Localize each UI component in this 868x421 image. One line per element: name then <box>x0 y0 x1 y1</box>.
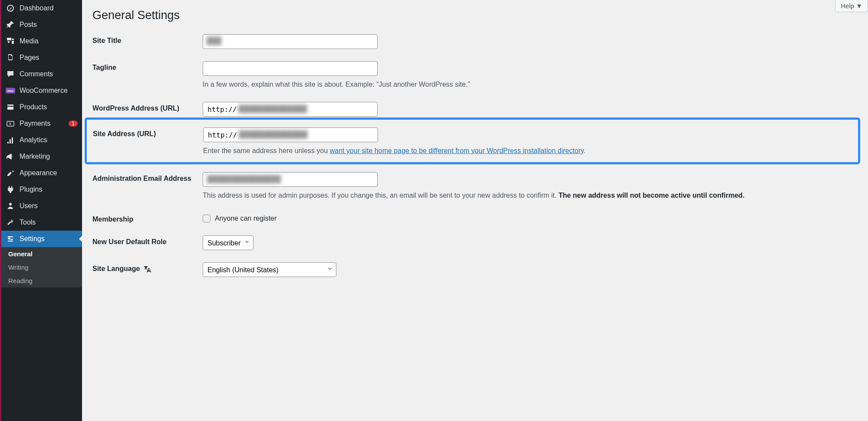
products-icon <box>6 102 15 112</box>
row-role: New User Default Role Subscriber <box>92 235 858 250</box>
membership-checkbox-label: Anyone can register <box>215 215 276 222</box>
label-role: New User Default Role <box>92 235 203 246</box>
sidebar-item-dashboard[interactable]: Dashboard <box>1 0 82 16</box>
blurred-text: ██████████████ <box>239 131 308 138</box>
svg-text:$: $ <box>9 122 11 126</box>
label-site-url: Site Address (URL) <box>93 127 203 138</box>
sidebar-item-analytics[interactable]: Analytics <box>1 132 82 148</box>
label-admin-email: Administration Email Address <box>92 172 203 183</box>
label-tagline: Tagline <box>92 61 203 72</box>
row-membership: Membership Anyone can register <box>92 213 858 223</box>
blurred-text: ███████████████ <box>207 175 281 183</box>
help-label: Help <box>841 2 854 10</box>
label-language: Site Language <box>92 262 203 274</box>
blurred-text: ██████████████ <box>238 105 307 113</box>
pages-icon <box>6 53 15 62</box>
settings-icon <box>6 234 15 244</box>
settings-submenu: General Writing Reading <box>1 247 82 287</box>
sidebar-label: Pages <box>20 54 78 62</box>
sidebar-item-payments[interactable]: $ Payments 1 <box>1 115 82 132</box>
tools-icon <box>6 218 15 227</box>
sidebar-label: Payments <box>20 120 66 127</box>
submenu-item-general[interactable]: General <box>1 247 82 261</box>
badge: 1 <box>69 121 78 127</box>
tagline-input[interactable] <box>203 61 378 76</box>
sidebar-item-settings[interactable]: Settings <box>1 231 82 247</box>
label-site-title: Site Title <box>92 34 203 45</box>
sidebar-item-products[interactable]: Products <box>1 99 82 115</box>
submenu-item-writing[interactable]: Writing <box>1 261 82 274</box>
submenu-item-reading[interactable]: Reading <box>1 274 82 287</box>
sidebar-label: Appearance <box>20 169 78 177</box>
dashboard-icon <box>6 3 15 13</box>
sidebar-item-plugins[interactable]: Plugins <box>1 181 82 198</box>
sidebar-item-woocommerce[interactable]: woo WooCommerce <box>1 82 82 99</box>
row-site-title: Site Title ███ <box>92 34 858 49</box>
media-icon <box>6 36 15 46</box>
sidebar-label: Analytics <box>20 136 78 144</box>
appearance-icon <box>6 168 15 178</box>
plugins-icon <box>6 185 15 194</box>
sidebar-label: Comments <box>20 70 78 78</box>
sidebar-item-marketing[interactable]: Marketing <box>1 148 82 165</box>
sidebar-item-media[interactable]: Media <box>1 33 82 49</box>
analytics-icon <box>6 135 15 145</box>
woo-icon: woo <box>6 86 15 95</box>
sidebar-item-tools[interactable]: Tools <box>1 214 82 231</box>
sidebar-label: Posts <box>20 21 78 29</box>
pin-icon <box>6 20 15 29</box>
label-wp-url: WordPress Address (URL) <box>92 102 203 112</box>
sidebar-label: Plugins <box>20 186 78 193</box>
sidebar-label: WooCommerce <box>20 87 78 95</box>
content-area: Help ▼ General Settings Site Title ███ T… <box>82 0 868 421</box>
comments-icon <box>6 69 15 79</box>
site-url-help: Enter the same address here unless you w… <box>203 146 855 156</box>
sidebar-label: Settings <box>20 235 78 243</box>
help-button[interactable]: Help ▼ <box>835 0 868 12</box>
site-title-input[interactable] <box>203 34 378 49</box>
sidebar-item-users[interactable]: Users <box>1 198 82 214</box>
sidebar-label: Dashboard <box>20 4 78 12</box>
sidebar-label: Tools <box>20 219 78 226</box>
admin-sidebar: Dashboard Posts Media Pages Comments woo… <box>0 0 82 421</box>
users-icon <box>6 201 15 211</box>
membership-checkbox[interactable] <box>203 215 210 222</box>
language-select[interactable]: English (United States) <box>203 262 336 277</box>
row-tagline: Tagline In a few words, explain what thi… <box>92 61 858 90</box>
payments-icon: $ <box>6 119 15 128</box>
sidebar-item-appearance[interactable]: Appearance <box>1 165 82 181</box>
row-language: Site Language English (United States) <box>92 262 858 277</box>
page-title: General Settings <box>92 9 858 22</box>
sidebar-label: Products <box>20 103 78 111</box>
sidebar-label: Users <box>20 202 78 210</box>
tagline-help: In a few words, explain what this site i… <box>203 79 858 90</box>
sidebar-label: Media <box>20 37 78 45</box>
row-wp-url: WordPress Address (URL) ██████████████ <box>92 102 858 117</box>
highlight-box: Site Address (URL) ██████████████ Enter … <box>85 117 860 164</box>
svg-text:woo: woo <box>7 89 14 93</box>
label-membership: Membership <box>92 213 203 223</box>
row-admin-email: Administration Email Address ███████████… <box>92 172 858 201</box>
translate-icon <box>144 265 152 274</box>
sidebar-item-comments[interactable]: Comments <box>1 66 82 82</box>
role-select[interactable]: Subscriber <box>203 235 253 250</box>
site-url-help-link[interactable]: want your site home page to be different… <box>330 147 584 154</box>
sidebar-label: Marketing <box>20 153 78 160</box>
chevron-down-icon: ▼ <box>856 2 862 10</box>
sidebar-item-pages[interactable]: Pages <box>1 49 82 66</box>
marketing-icon <box>6 152 15 161</box>
sidebar-item-posts[interactable]: Posts <box>1 16 82 33</box>
blurred-text: ███ <box>207 37 221 45</box>
admin-email-help: This address is used for admin purposes.… <box>203 190 858 201</box>
